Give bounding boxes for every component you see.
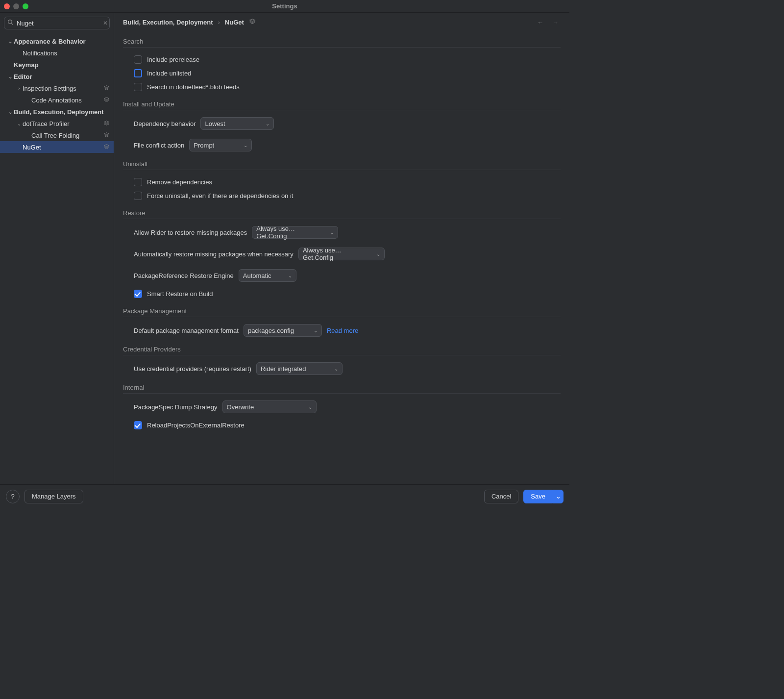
credential-providers-select[interactable]: Rider integrated ⌄ [256, 362, 343, 375]
settings-search-input[interactable] [14, 20, 102, 27]
chevron-down-icon: ⌄ [556, 493, 561, 500]
chevron-right-icon: › [218, 19, 220, 26]
layer-scope-icon [103, 120, 110, 127]
remove-dependencies-checkbox[interactable] [134, 178, 142, 186]
dependency-behavior-select[interactable]: Lowest ⌄ [200, 117, 274, 130]
select-value: Overwrite [227, 403, 254, 411]
svg-line-1 [11, 23, 13, 25]
sidebar-item-label: Keymap [14, 61, 110, 69]
manage-layers-button[interactable]: Manage Layers [24, 490, 83, 503]
search-icon [7, 19, 14, 27]
sidebar-item-code-annotations[interactable]: Code Annotations [0, 94, 114, 106]
sidebar-item-label: Inspection Settings [23, 85, 103, 92]
chevron-down-icon: ⌄ [308, 404, 312, 410]
sidebar-item-label: dotTrace Profiler [23, 120, 103, 127]
sidebar-item-editor[interactable]: ⌄Editor [0, 71, 114, 82]
file-conflict-select[interactable]: Prompt ⌄ [189, 139, 252, 151]
sidebar-item-nuget[interactable]: NuGet [0, 141, 114, 153]
read-more-link[interactable]: Read more [327, 327, 358, 334]
chevron-right-icon: › [16, 86, 23, 91]
save-dropdown-button[interactable]: ⌄ [553, 490, 564, 503]
settings-tree[interactable]: ⌄Appearance & BehaviorNotificationsKeyma… [0, 33, 114, 484]
auto-restore-select[interactable]: Always use…Get.Config ⌄ [298, 248, 385, 260]
section-heading-uninstall: Uninstall [123, 160, 561, 170]
breadcrumb-item[interactable]: Build, Execution, Deployment [123, 19, 213, 26]
section-heading-install: Install and Update [123, 100, 561, 110]
auto-restore-label: Automatically restore missing packages w… [134, 250, 294, 258]
cancel-button[interactable]: Cancel [484, 490, 518, 503]
settings-search[interactable]: ✕ [4, 17, 110, 29]
smart-restore-checkbox[interactable] [134, 290, 142, 298]
select-value: packages.config [248, 327, 294, 334]
layer-scope-icon [249, 18, 256, 26]
settings-content: Search Include prerelease Include unlist… [114, 30, 569, 484]
layer-scope-icon [103, 144, 110, 151]
chevron-down-icon: ⌄ [334, 366, 338, 372]
nav-forward-button[interactable]: → [550, 18, 561, 27]
sidebar-item-label: Call Tree Folding [31, 132, 103, 139]
section-heading-credential: Credential Providers [123, 346, 561, 355]
sidebar-item-appearance-behavior[interactable]: ⌄Appearance & Behavior [0, 35, 114, 47]
chevron-down-icon: ⌄ [376, 251, 380, 257]
search-dotnetfeed-checkbox[interactable] [134, 83, 142, 91]
chevron-down-icon: ⌄ [266, 121, 270, 126]
select-value: Automatic [243, 272, 271, 279]
dump-strategy-label: PackageSpec Dump Strategy [134, 403, 218, 411]
file-conflict-label: File conflict action [134, 142, 184, 149]
pkg-format-label: Default package management format [134, 327, 239, 334]
breadcrumb-item[interactable]: NuGet [225, 19, 244, 26]
help-button[interactable]: ? [6, 490, 20, 503]
sidebar-item-label: Notifications [23, 50, 110, 57]
allow-restore-select[interactable]: Always use…Get.Config ⌄ [252, 226, 338, 239]
select-value: Rider integrated [261, 365, 306, 373]
chevron-down-icon: ⌄ [330, 230, 334, 235]
section-heading-restore: Restore [123, 209, 561, 219]
window-close-button[interactable] [4, 3, 10, 9]
nav-back-button[interactable]: ← [535, 18, 545, 27]
select-value: Always use…Get.Config [303, 247, 368, 261]
window-maximize-button[interactable] [23, 3, 28, 9]
section-heading-pkgmgmt: Package Management [123, 307, 561, 317]
sidebar-item-keymap[interactable]: Keymap [0, 59, 114, 71]
clear-search-icon[interactable]: ✕ [102, 20, 109, 26]
select-value: Lowest [205, 120, 225, 127]
sidebar-item-label: NuGet [23, 144, 103, 151]
chevron-down-icon: ⌄ [7, 109, 14, 115]
restore-engine-select[interactable]: Automatic ⌄ [239, 269, 296, 282]
force-uninstall-checkbox[interactable] [134, 192, 142, 200]
include-prerelease-label: Include prerelease [147, 56, 199, 63]
titlebar: Settings [0, 0, 569, 13]
chevron-down-icon: ⌄ [314, 328, 318, 333]
credential-providers-label: Use credential providers (requires resta… [134, 365, 251, 373]
search-dotnetfeed-label: Search in dotnetfeed*.blob feeds [147, 83, 240, 91]
sidebar-item-dottrace-profiler[interactable]: ⌄dotTrace Profiler [0, 118, 114, 129]
restore-engine-label: PackageReference Restore Engine [134, 272, 234, 279]
sidebar-item-label: Build, Execution, Deployment [14, 108, 110, 116]
dump-strategy-select[interactable]: Overwrite ⌄ [222, 400, 317, 413]
include-prerelease-checkbox[interactable] [134, 55, 142, 64]
svg-point-0 [8, 20, 12, 24]
window-minimize-button[interactable] [13, 3, 19, 9]
select-value: Prompt [194, 142, 214, 149]
chevron-down-icon: ⌄ [244, 143, 247, 148]
section-heading-internal: Internal [123, 384, 561, 394]
dependency-behavior-label: Dependency behavior [134, 120, 196, 127]
save-button[interactable]: Save [523, 490, 553, 503]
allow-restore-label: Allow Rider to restore missing packages [134, 229, 247, 236]
layer-scope-icon [103, 97, 110, 104]
include-unlisted-checkbox[interactable] [134, 69, 142, 77]
reload-projects-label: ReloadProjectsOnExternalRestore [147, 422, 245, 429]
layer-scope-icon [103, 85, 110, 92]
remove-dependencies-label: Remove dependencies [147, 178, 212, 186]
sidebar-item-build-execution-deployment[interactable]: ⌄Build, Execution, Deployment [0, 106, 114, 118]
sidebar-item-notifications[interactable]: Notifications [0, 47, 114, 59]
settings-sidebar: ✕ ⌄Appearance & BehaviorNotificationsKey… [0, 13, 114, 484]
sidebar-item-label: Code Annotations [31, 97, 103, 104]
pkg-format-select[interactable]: packages.config ⌄ [244, 324, 322, 337]
sidebar-item-call-tree-folding[interactable]: Call Tree Folding [0, 129, 114, 141]
chevron-down-icon: ⌄ [16, 121, 23, 126]
sidebar-item-inspection-settings[interactable]: ›Inspection Settings [0, 82, 114, 94]
include-unlisted-label: Include unlisted [147, 70, 191, 77]
reload-projects-checkbox[interactable] [134, 421, 142, 429]
smart-restore-label: Smart Restore on Build [147, 290, 213, 298]
